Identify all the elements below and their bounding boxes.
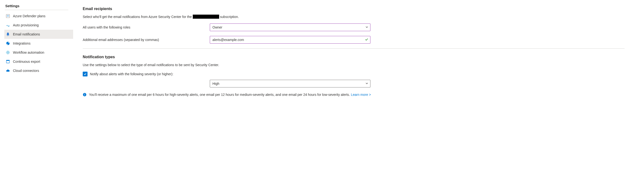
sidebar-title: Settings [4,3,73,10]
notification-types-heading: Notification types [83,55,624,59]
severity-dropdown-value: High [212,82,220,86]
sidebar-divider [5,10,68,10]
sidebar-item-email-notifications[interactable]: Email notifications [4,30,73,39]
severity-dropdown[interactable]: High [210,80,370,87]
notify-severity-checkbox[interactable] [83,72,88,76]
svg-rect-1 [7,15,9,15]
continuous-export-icon [6,59,10,64]
notify-severity-row: Notify about alerts with the following s… [83,72,624,76]
sidebar-item-label: Cloud connectors [13,69,39,73]
svg-rect-17 [84,94,85,96]
workflow-automation-gear-icon [6,50,10,55]
sidebar-item-auto-provisioning[interactable]: Auto provisioning [4,21,73,30]
cloud-connectors-icon [6,68,10,73]
integrations-icon [6,41,10,45]
svg-line-11 [9,53,9,54]
sidebar-item-cloud-connectors[interactable]: Cloud connectors [4,66,73,75]
roles-dropdown-value: Owner [212,25,222,29]
defender-plans-icon [6,14,10,18]
notification-types-description: Use the settings below to select the typ… [83,62,624,67]
svg-line-12 [9,51,9,52]
checkmark-icon [365,38,368,42]
settings-sidebar: Settings Azure Defender plans Auto provi… [0,0,73,75]
svg-point-3 [8,35,8,36]
sidebar-item-azure-defender-plans[interactable]: Azure Defender plans [4,11,73,21]
roles-label: All users with the following roles [83,25,210,29]
roles-row: All users with the following roles Owner [83,23,624,31]
learn-more-link[interactable]: Learn more > [351,93,371,97]
sidebar-item-label: Auto provisioning [13,23,38,27]
info-text: You'll receive a maximum of one email pe… [89,93,350,97]
sidebar-item-label: Email notifications [13,32,40,36]
sidebar-item-continuous-export[interactable]: Continuous export [4,57,73,66]
chevron-down-icon [366,25,368,29]
email-recipients-description: Select who'll get the email notification… [83,14,624,19]
info-icon [83,93,86,97]
chevron-down-icon [366,82,368,86]
svg-line-13 [7,53,7,54]
emails-label: Additional email addresses (separated by… [83,38,210,42]
severity-spacer [83,80,210,87]
desc-pre: Select who'll get the email notification… [83,15,193,19]
desc-post: subscription. [219,15,239,19]
svg-point-18 [84,94,85,94]
sidebar-item-label: Integrations [13,41,30,45]
email-recipients-heading: Email recipients [83,7,624,11]
sidebar-item-label: Continuous export [13,60,40,63]
svg-point-5 [7,52,9,53]
section-divider [83,48,624,49]
notifications-bell-icon [6,32,10,36]
svg-line-10 [7,51,7,52]
main-content: Email recipients Select who'll get the e… [73,0,639,97]
roles-dropdown[interactable]: Owner [210,23,370,31]
auto-provisioning-icon [6,23,10,27]
email-frequency-info: You'll receive a maximum of one email pe… [83,93,624,97]
emails-row: Additional email addresses (separated by… [83,36,624,44]
svg-rect-15 [6,60,10,61]
emails-input[interactable] [212,38,362,42]
svg-rect-2 [7,16,9,16]
subscription-name-redacted [193,15,219,19]
sidebar-item-workflow-automation[interactable]: Workflow automation [4,48,73,57]
severity-dropdown-row: High [83,80,624,87]
sidebar-item-label: Azure Defender plans [13,14,45,18]
sidebar-item-label: Workflow automation [13,50,44,54]
notify-severity-label: Notify about alerts with the following s… [90,72,173,76]
emails-input-wrapper[interactable] [210,36,370,44]
sidebar-item-integrations[interactable]: Integrations [4,39,73,48]
